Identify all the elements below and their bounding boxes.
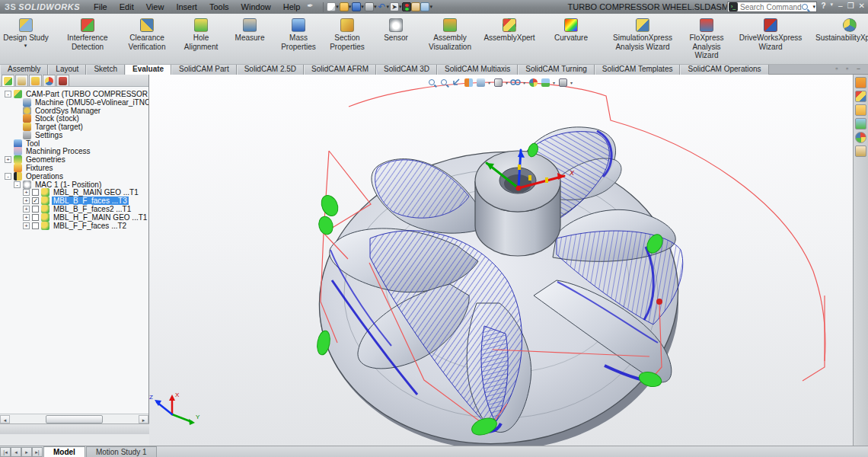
interference-detection-button[interactable]: Interference Detection [58, 17, 117, 51]
curvature-button[interactable]: Curvature [547, 17, 595, 43]
tab-propertymanager[interactable] [29, 75, 42, 86]
expander[interactable]: - [5, 173, 11, 180]
file-explorer-icon[interactable] [855, 104, 866, 116]
tab-solidcam-25d[interactable]: SolidCAM 2.5D [237, 65, 304, 75]
tree-item-operations[interactable]: -Operations [3, 172, 148, 181]
select-caret[interactable]: ▾ [399, 4, 402, 10]
search-input[interactable] [740, 3, 802, 11]
tree-item-geometries[interactable]: +Geometries [3, 155, 148, 164]
pin-toolbar-icon[interactable]: ✒ [307, 2, 319, 12]
expander[interactable]: + [23, 214, 30, 221]
tab-solidcam-afrm[interactable]: SolidCAM AFRM [304, 65, 376, 75]
previous-view-icon[interactable] [451, 77, 461, 88]
operation-checkbox[interactable] [32, 222, 39, 229]
design-library-icon[interactable] [855, 91, 866, 102]
tree-item-stock[interactable]: Stock (stock) [3, 114, 148, 123]
tab-sketch[interactable]: Sketch [86, 65, 125, 75]
save-icon[interactable] [352, 2, 361, 11]
menu-help[interactable]: Help [277, 1, 307, 13]
search-icon[interactable] [802, 4, 808, 10]
scrollbar-track[interactable] [10, 415, 139, 423]
operation-checkbox[interactable]: ✓ [32, 197, 39, 204]
document-window-controls[interactable]: ▫ ▫ − [835, 65, 863, 72]
floxpress-button[interactable]: FloXpress Analysis Wizard [682, 17, 731, 60]
tree-item-mbl-h-f-main-geo[interactable]: +MBL_H_F_MAIN GEO ...T1 [3, 213, 148, 222]
tab-motion-study-1[interactable]: Motion Study 1 [86, 446, 157, 457]
tab-solidcam-part[interactable]: SolidCAM Part [171, 65, 237, 75]
new-document-caret[interactable]: ▾ [336, 4, 339, 10]
undo-icon[interactable]: ↶ [377, 2, 386, 11]
assemblyxpert-button[interactable]: AssemblyXpert [480, 17, 539, 43]
view-palette-icon[interactable] [855, 118, 866, 129]
custom-properties-icon[interactable] [855, 145, 866, 157]
menu-file[interactable]: File [88, 1, 113, 13]
view-settings-caret[interactable]: ▾ [570, 80, 573, 85]
tree-item-mac1[interactable]: -MAC 1 (1- Position) [3, 181, 148, 189]
sustainabilityxpress-button[interactable]: SustainabilityXpress [810, 17, 868, 43]
new-document-icon[interactable] [327, 2, 336, 11]
expander[interactable]: - [5, 91, 11, 97]
last-tab-icon[interactable]: ▸| [32, 447, 43, 457]
view-settings-icon[interactable] [557, 77, 568, 88]
prev-tab-icon[interactable]: ◂ [11, 447, 21, 457]
tree-item-coordsys-manager[interactable]: CoordSys Manager [3, 107, 148, 115]
tab-solidcam-turning[interactable]: SolidCAM Turning [518, 65, 595, 75]
tree-item-mbl-b-f-faces[interactable]: +✓MBL_B_F_faces ...T3 [3, 197, 148, 205]
expander[interactable]: - [14, 181, 21, 188]
tab-layout[interactable]: Layout [48, 65, 86, 75]
tab-featuremanager[interactable] [15, 75, 28, 86]
scroll-left-icon[interactable]: ◂ [0, 415, 10, 423]
hide-show-items-icon[interactable] [510, 77, 521, 88]
options-icon[interactable] [420, 2, 429, 11]
tab-solidcam-3d[interactable]: SolidCAM 3D [376, 65, 437, 75]
expander[interactable]: + [23, 189, 30, 196]
undo-caret[interactable]: ▾ [386, 4, 389, 10]
tree-item-machine[interactable]: Machine (DMU50-eVolinear_iTNC530_5X-Si [3, 98, 148, 107]
expander[interactable]: + [23, 197, 30, 204]
tree-horizontal-scrollbar[interactable]: ◂ ▸ [0, 414, 148, 423]
display-style-caret[interactable]: ▾ [506, 80, 508, 85]
hide-show-caret[interactable]: ▾ [523, 80, 525, 85]
design-study-button[interactable]: Design Study ▾ [2, 17, 50, 49]
help-caret[interactable]: ▾ [831, 2, 834, 10]
search-commands-box[interactable]: ›_ ▾ [727, 2, 817, 12]
section-view-icon[interactable] [463, 77, 474, 88]
expander[interactable]: + [23, 222, 30, 229]
scrollbar-thumb[interactable] [46, 415, 102, 423]
options-caret[interactable]: ▾ [429, 4, 432, 10]
next-tab-icon[interactable]: ▸ [21, 447, 32, 457]
operation-checkbox[interactable] [32, 214, 39, 221]
tab-solidcam-operations[interactable]: SolidCAM Operations [680, 65, 768, 75]
expander[interactable]: + [23, 206, 30, 213]
tree-item-mbl-r-main-geo[interactable]: +MBL_R_MAIN GEO ...T1 [3, 189, 148, 197]
operation-checkbox[interactable] [32, 189, 39, 196]
zoom-to-fit-icon[interactable] [426, 77, 437, 88]
close-button[interactable]: ✕ [859, 2, 865, 10]
open-caret[interactable]: ▾ [349, 4, 352, 10]
design-study-caret[interactable]: ▾ [2, 43, 49, 49]
search-scope-icon[interactable]: ›_ [729, 2, 738, 11]
tree-item-mbl-f-f-faces[interactable]: +MBL_F_F_faces ...T2 [3, 222, 148, 230]
help-icon[interactable]: ? [821, 2, 825, 10]
search-caret[interactable]: ▾ [812, 4, 815, 10]
menu-view[interactable]: View [140, 1, 171, 13]
expander[interactable]: + [5, 156, 11, 163]
mass-properties-button[interactable]: Mass Properties [274, 17, 323, 51]
apply-scene-icon[interactable] [540, 77, 550, 88]
sensor-button[interactable]: Sensor [372, 17, 420, 43]
restore-button[interactable]: ❐ [847, 2, 854, 10]
save-caret[interactable]: ▾ [361, 4, 364, 10]
menu-tools[interactable]: Tools [203, 1, 235, 13]
view-orientation-caret[interactable]: ▾ [488, 80, 490, 85]
section-properties-button[interactable]: Section Properties [323, 17, 372, 51]
menu-window[interactable]: Window [235, 1, 277, 13]
print-icon[interactable] [365, 2, 374, 11]
tree-item-fixtures[interactable]: Fixtures [3, 164, 148, 172]
hole-alignment-button[interactable]: Hole Alignment [177, 17, 225, 51]
tab-dimxpertmanager[interactable] [56, 75, 69, 86]
tree-item-settings[interactable]: Settings [3, 131, 148, 139]
tab-assembly[interactable]: Assembly [0, 65, 48, 75]
assembly-visualization-button[interactable]: Assembly Visualization [420, 17, 480, 51]
tab-model[interactable]: Model [43, 446, 85, 457]
tree-item-target[interactable]: Target (target) [3, 123, 148, 131]
